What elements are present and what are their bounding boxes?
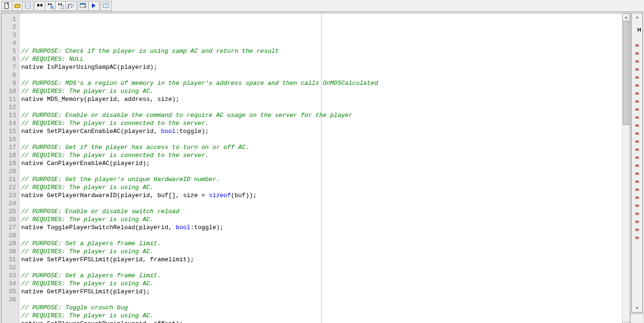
code-line[interactable]: native GetPlayerHardwareID(playerid, buf…	[21, 191, 622, 199]
svg-point-4	[37, 4, 39, 7]
code-line[interactable]: native IsPlayerUsingSampAC(playerid);	[21, 63, 622, 71]
code-line[interactable]	[21, 199, 622, 207]
code-line[interactable]: native TogglePlayerSwitchReload(playerid…	[21, 224, 622, 232]
code-line[interactable]	[21, 135, 622, 143]
svg-point-7	[50, 3, 51, 5]
code-line[interactable]	[21, 264, 622, 272]
document-map[interactable]: ▲ H mmmmmmmmmmmmmmmmmmmmmmmmm ▼	[631, 13, 643, 313]
line-number: 14	[1, 119, 16, 127]
vscroll-thumb[interactable]	[623, 21, 629, 125]
run-button[interactable]	[89, 1, 99, 10]
code-line[interactable]: native SetPlayerCrouchBug(playerid, offs…	[21, 320, 622, 323]
find-replace-button[interactable]	[45, 1, 56, 10]
code-line[interactable]: // PURPOSE: Get if the player has access…	[21, 143, 622, 151]
line-number: 17	[1, 143, 16, 151]
goto-button[interactable]	[66, 1, 76, 10]
find-button[interactable]	[35, 1, 45, 10]
svg-point-10	[60, 3, 62, 5]
code-line[interactable]: // REQUIRES: The player is connected to …	[21, 119, 622, 127]
docmap-mark: m	[632, 59, 643, 67]
line-number: 8	[1, 71, 16, 79]
docmap-mark: m	[632, 187, 643, 195]
scroll-up-arrow[interactable]: ▲	[622, 13, 630, 21]
vertical-scrollbar[interactable]: ▲ ▼	[622, 13, 630, 323]
new-button[interactable]	[2, 1, 12, 10]
code-line[interactable]: // REQUIRES: The player is connected to …	[21, 151, 622, 159]
line-number: 35	[1, 288, 16, 296]
code-line[interactable]: // PURPOSE: Set a players frame limit.	[21, 240, 622, 248]
save-button[interactable]	[23, 1, 33, 10]
code-line[interactable]: // PURPOSE: MD5's a region of memory in …	[21, 79, 622, 87]
code-line[interactable]: // PURPOSE: Get the player's unique Hard…	[21, 175, 622, 183]
vscroll-track[interactable]	[622, 21, 630, 322]
docmap-mark: m	[632, 43, 643, 51]
line-number: 9	[1, 79, 16, 87]
line-number: 33	[1, 272, 16, 280]
line-number: 13	[1, 111, 16, 119]
main-area: 1234567891011121314151617181920212223242…	[0, 12, 644, 314]
compile-options-button[interactable]	[78, 1, 89, 10]
line-number: 20	[1, 167, 16, 175]
docmap-mark: m	[632, 131, 643, 139]
line-number: 4	[1, 39, 16, 47]
code-editor[interactable]: 1234567891011121314151617181920212223242…	[1, 13, 630, 323]
line-number: 19	[1, 159, 16, 167]
code-line[interactable]: // REQUIRES: The player is using AC.	[21, 248, 622, 256]
code-line[interactable]: native MD5_Memory(playerid, address, siz…	[21, 95, 622, 103]
code-line[interactable]	[21, 71, 622, 79]
code-line[interactable]: // REQUIRES: NULL	[21, 55, 622, 63]
docmap-mark: m	[632, 227, 643, 235]
code-line[interactable]: native SetPlayerCanEnableAC(playerid, bo…	[21, 127, 622, 135]
docmap-mark: m	[632, 51, 643, 59]
code-line[interactable]	[21, 167, 622, 175]
code-line[interactable]	[21, 296, 622, 304]
code-line[interactable]: // PURPOSE: Enable or disable switch rel…	[21, 207, 622, 215]
code-line[interactable]: // REQUIRES: The player is using AC.	[21, 183, 622, 191]
code-line[interactable]: native GetPlayerFPSLimit(playerid);	[21, 288, 622, 296]
docmap-mark: m	[632, 155, 643, 163]
line-number: 28	[1, 232, 16, 240]
line-number: 30	[1, 248, 16, 256]
code-line[interactable]: native CanPlayerEnableAC(playerid);	[21, 159, 622, 167]
help-button[interactable]: ?	[101, 1, 111, 10]
svg-rect-3	[26, 6, 29, 8]
docmap-mark: m	[632, 171, 643, 179]
docmap-body[interactable]: H mmmmmmmmmmmmmmmmmmmmmmmmm	[632, 21, 643, 304]
code-line[interactable]	[21, 232, 622, 240]
code-line[interactable]	[21, 103, 622, 111]
toolbar-group-file	[1, 1, 33, 11]
code-line[interactable]: // REQUIRES: The player is using AC.	[21, 280, 622, 288]
line-number: 18	[1, 151, 16, 159]
docmap-mark: m	[632, 91, 643, 99]
docmap-mark: m	[632, 235, 643, 243]
docmap-down-arrow[interactable]: ▼	[632, 304, 643, 312]
svg-point-15	[84, 6, 86, 8]
line-number: 34	[1, 280, 16, 288]
find-in-files-button[interactable]	[56, 1, 66, 10]
svg-point-8	[50, 6, 52, 8]
line-number: 24	[1, 199, 16, 207]
edge-column-line	[321, 13, 322, 323]
code-line[interactable]: // PURPOSE: Toggle crouch bug	[21, 304, 622, 312]
open-button[interactable]	[12, 1, 23, 10]
code-line[interactable]: // REQUIRES: The player is using AC.	[21, 87, 622, 95]
code-line[interactable]: native SetPlayerFPSLimit(playerid, frame…	[21, 256, 622, 264]
docmap-mark: m	[632, 211, 643, 219]
svg-point-12	[68, 8, 69, 9]
code-line[interactable]: // PURPOSE: Enable or disable the comman…	[21, 111, 622, 119]
code-line[interactable]	[21, 39, 622, 47]
code-line[interactable]: // PURPOSE: Get a players frame limit.	[21, 272, 622, 280]
line-number: 31	[1, 256, 16, 264]
svg-point-5	[41, 4, 42, 7]
line-number: 36	[1, 296, 16, 304]
code-line[interactable]: // PURPOSE: Check if the player is using…	[21, 47, 622, 55]
line-number: 6	[1, 55, 16, 63]
code-line[interactable]: // REQUIRES: The player is using AC.	[21, 215, 622, 224]
docmap-up-arrow[interactable]: ▲	[632, 13, 643, 21]
code-area[interactable]: // PURPOSE: Check if the player is using…	[19, 13, 622, 323]
line-number: 23	[1, 191, 16, 199]
line-number: 32	[1, 264, 16, 272]
code-line[interactable]: // REQUIRES: The player is using AC.	[21, 312, 622, 320]
docmap-mark: m	[632, 139, 643, 147]
docmap-mark: m	[632, 83, 643, 91]
